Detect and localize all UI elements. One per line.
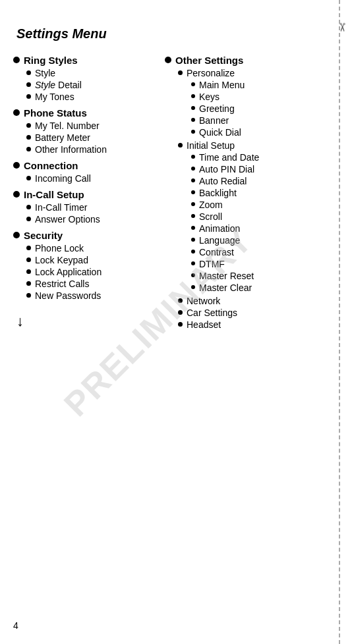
connection-heading: Connection [13,160,158,171]
bullet [26,257,31,262]
bullet [191,285,195,289]
security-bullet [13,232,20,238]
item-label: Keys [199,92,220,102]
item-label: In-Call Timer [35,202,87,213]
bullet [26,205,31,209]
item-label: Animation [199,223,240,234]
item-label: Other Information [35,144,107,155]
section-ring-styles: Ring Styles Style Style Detail My Tones [13,55,158,102]
bullet [26,147,31,151]
left-column: Ring Styles Style Style Detail My Tones [13,55,158,335]
phone-status-children: My Tel. Number Battery Meter Other Infor… [26,121,158,155]
list-item: Scroll [191,211,339,222]
scissors-icon: ✂ [335,22,349,32]
item-label: Quick Dial [199,127,241,138]
bullet [191,155,195,159]
item-label: Restrict Calls [35,279,89,289]
list-item: Greeting [191,103,339,114]
phone-status-bullet [13,109,20,116]
list-item: Quick Dial [191,127,339,138]
initial-setup-children: Time and Date Auto PIN Dial Auto Redial [191,152,339,293]
ring-styles-children: Style Style Detail My Tones [26,68,158,102]
item-label: Battery Meter [35,132,90,143]
item-label: Scroll [199,211,222,222]
list-item: Master Clear [191,282,339,293]
item-label: Incoming Call [35,173,91,184]
other-settings-children: Personalize Main Menu Keys [178,68,339,330]
item-label: Language [199,235,240,246]
incall-setup-children: In-Call Timer Answer Options [26,202,158,225]
item-label: Initial Setup [187,140,235,151]
bullet [178,298,183,303]
list-item: Master Reset [191,271,339,281]
list-item: Restrict Calls [26,279,158,289]
item-label: DTMF [199,259,225,269]
bullet [191,238,195,242]
bullet [26,94,31,99]
bullet [26,135,31,140]
list-item: Backlight [191,188,339,198]
list-item: Phone Lock [26,243,158,254]
right-column: Other Settings Personalize Main Menu [165,55,339,335]
security-heading: Security [13,230,158,241]
item-label: Answer Options [35,214,100,225]
list-item: Network [178,296,339,306]
bullet [26,82,31,87]
item-label: Personalize [187,68,235,78]
list-item: Personalize [178,68,339,78]
columns-container: Ring Styles Style Style Detail My Tones [13,55,339,335]
phone-status-label: Phone Status [24,107,87,119]
page-container: PRELIMINARY ✂ Settings Menu Ring Styles … [0,0,352,644]
incall-setup-bullet [13,191,20,198]
item-label: Headset [187,319,221,330]
section-security: Security Phone Lock Lock Keypad Lock App… [13,230,158,301]
item-label: Banner [199,115,229,126]
section-connection: Connection Incoming Call [13,160,158,184]
list-item: Auto PIN Dial [191,164,339,174]
bullet [26,269,31,274]
section-incall-setup: In-Call Setup In-Call Timer Answer Optio… [13,189,158,225]
security-label: Security [24,230,63,241]
cut-line [339,0,340,644]
bullet [191,190,195,194]
list-item: Zoom [191,200,339,210]
item-label: Car Settings [187,308,237,318]
other-settings-label: Other Settings [175,55,243,66]
item-label: Time and Date [199,152,259,163]
bullet [178,322,183,327]
item-label: New Passwords [35,290,101,301]
bullet [191,167,195,171]
item-label: Greeting [199,103,235,114]
list-item: Incoming Call [26,173,158,184]
item-label: Network [187,296,220,306]
item-label: Master Clear [199,282,252,293]
connection-children: Incoming Call [26,173,158,184]
bullet [191,118,195,122]
bullet [26,293,31,298]
list-item: Lock Keypad [26,255,158,265]
list-item: Battery Meter [26,132,158,143]
bullet [26,281,31,286]
list-item: Style Detail [26,80,158,90]
bullet [191,214,195,218]
item-label: Master Reset [199,271,254,281]
ring-styles-bullet [13,57,20,63]
security-children: Phone Lock Lock Keypad Lock Application … [26,243,158,301]
bullet [191,226,195,230]
section-other-settings: Other Settings Personalize Main Menu [165,55,339,330]
list-item: Main Menu [191,80,339,90]
bullet [191,261,195,265]
other-settings-bullet [165,57,171,63]
list-item: DTMF [191,259,339,269]
bullet [26,217,31,221]
bullet [191,106,195,110]
bullet [26,176,31,180]
ring-styles-label: Ring Styles [24,55,78,66]
personalize-children: Main Menu Keys Greeting Banner [191,80,339,138]
bullet [26,70,31,75]
list-item: Contrast [191,247,339,257]
list-item: My Tel. Number [26,121,158,131]
incall-setup-heading: In-Call Setup [13,189,158,200]
phone-status-heading: Phone Status [13,107,158,119]
list-item: Headset [178,319,339,330]
